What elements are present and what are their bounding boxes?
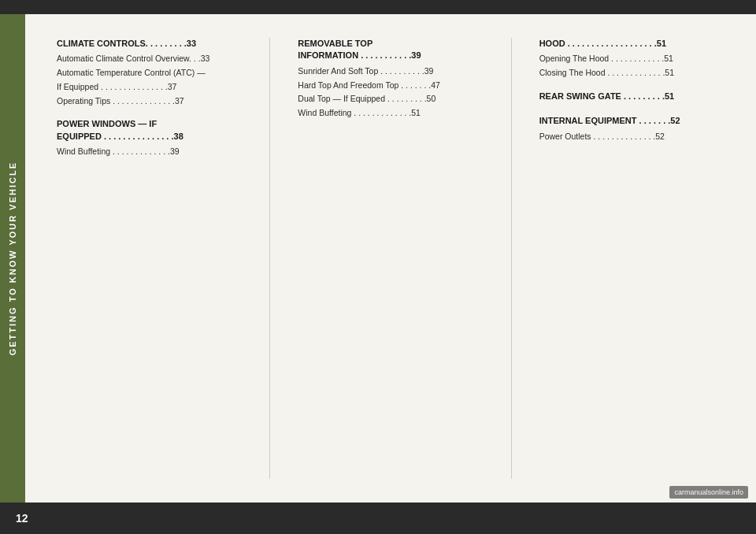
column-2: REMOVABLE TOPINFORMATION . . . . . . . .…	[298, 38, 483, 479]
toc-item: Hard Top And Freedom Top . . . . . . .47	[298, 80, 483, 92]
section-header-hood: HOOD . . . . . . . . . . . . . . . . . .…	[539, 38, 724, 50]
toc-item: Operating Tips . . . . . . . . . . . . .…	[57, 95, 242, 108]
toc-item: Wind Buffeting . . . . . . . . . . . . .…	[298, 107, 483, 120]
bottom-bar: 12	[0, 502, 756, 534]
main-content: CLIMATE CONTROLS. . . . . . . . .33 Auto…	[25, 14, 756, 502]
toc-item: Opening The Hood . . . . . . . . . . . .…	[539, 53, 724, 65]
section-header-removable: REMOVABLE TOPINFORMATION . . . . . . . .…	[298, 38, 483, 62]
column-3: HOOD . . . . . . . . . . . . . . . . . .…	[539, 38, 724, 479]
column-divider-2	[511, 38, 512, 479]
side-tab-label: GETTING TO KNOW YOUR VEHICLE	[8, 161, 17, 355]
top-bar	[0, 0, 756, 14]
section-header-internal: INTERNAL EQUIPMENT . . . . . . .52	[539, 115, 724, 127]
watermark: carmanualsonline.info	[669, 486, 748, 499]
column-1: CLIMATE CONTROLS. . . . . . . . .33 Auto…	[57, 38, 242, 479]
page-number: 12	[16, 512, 28, 525]
toc-item: Power Outlets . . . . . . . . . . . . . …	[539, 131, 724, 143]
toc-item: Automatic Climate Control Overview. . .3…	[57, 53, 242, 65]
toc-item: Sunrider And Soft Top . . . . . . . . . …	[298, 65, 483, 78]
section-header-rear-gate: REAR SWING GATE . . . . . . . . .51	[539, 91, 724, 102]
toc-item: If Equipped . . . . . . . . . . . . . . …	[57, 81, 242, 94]
section-header-windows: POWER WINDOWS — IFEQUIPPED . . . . . . .…	[57, 118, 242, 143]
toc-item: Closing The Hood . . . . . . . . . . . .…	[539, 67, 724, 80]
section-header-climate: CLIMATE CONTROLS. . . . . . . . .33	[57, 38, 242, 50]
toc-item: Automatic Temperature Control (ATC) —	[57, 67, 242, 80]
toc-item: Dual Top — If Equipped . . . . . . . . .…	[298, 93, 483, 106]
column-divider-1	[269, 38, 270, 479]
side-tab: GETTING TO KNOW YOUR VEHICLE	[0, 14, 25, 502]
toc-item: Wind Buffeting . . . . . . . . . . . . .…	[57, 146, 242, 158]
